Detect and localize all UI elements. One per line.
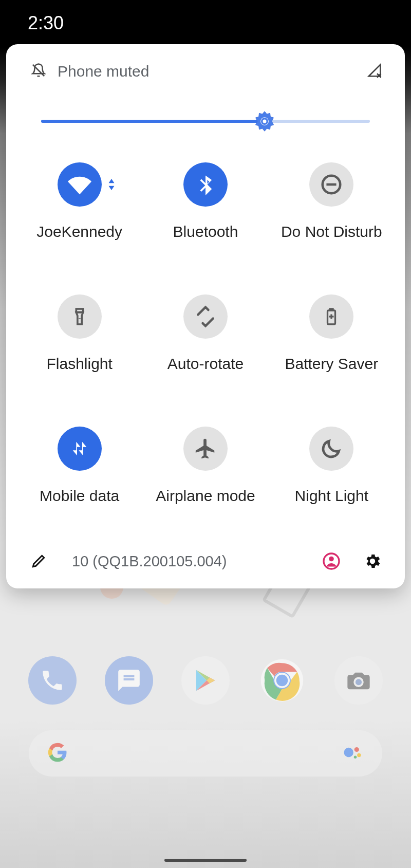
dnd-icon[interactable] — [309, 162, 353, 207]
rotate-icon[interactable] — [183, 294, 228, 339]
tile-batterysaver[interactable]: Battery Saver — [269, 294, 395, 373]
dock — [0, 656, 411, 705]
dock-chrome[interactable] — [258, 656, 306, 705]
tile-flashlight[interactable]: Flashlight — [16, 294, 142, 373]
tile-label: Auto-rotate — [167, 355, 244, 373]
moon-icon[interactable] — [309, 427, 353, 471]
data-icon[interactable] — [58, 427, 102, 471]
tile-label: JoeKennedy — [36, 223, 122, 241]
tiles-grid: JoeKennedyBluetoothDo Not DisturbFlashli… — [6, 162, 405, 505]
tile-dnd[interactable]: Do Not Disturb — [269, 162, 395, 241]
gear-icon[interactable] — [360, 548, 385, 574]
svg-point-22 — [357, 753, 361, 757]
status-time: 2:30 — [28, 12, 64, 34]
tile-label: Do Not Disturb — [281, 223, 382, 241]
nav-handle[interactable] — [164, 859, 247, 862]
status-bar: 2:30 — [0, 0, 411, 46]
tile-bluetooth[interactable]: Bluetooth — [142, 162, 268, 241]
dock-phone[interactable] — [28, 656, 77, 705]
tile-label: Bluetooth — [173, 223, 238, 241]
bluetooth-icon[interactable] — [183, 162, 228, 207]
svg-point-19 — [356, 679, 362, 685]
svg-point-15 — [329, 557, 334, 562]
svg-rect-11 — [330, 309, 333, 310]
svg-point-18 — [275, 674, 289, 687]
tile-airplane[interactable]: Airplane mode — [142, 427, 268, 505]
header-left: Phone muted — [31, 63, 149, 80]
muted-label: Phone muted — [58, 63, 149, 80]
build-text: 10 (QQ1B.200105.004) — [72, 553, 319, 570]
flashlight-icon[interactable] — [58, 294, 102, 339]
dock-messages[interactable] — [105, 656, 153, 705]
dock-camera[interactable] — [334, 656, 383, 705]
dock-play-store[interactable] — [181, 656, 230, 705]
tile-label: Mobile data — [40, 487, 119, 505]
slider-thumb[interactable] — [254, 110, 275, 132]
bell-off-icon — [31, 63, 46, 80]
tile-wifi[interactable]: JoeKennedy — [16, 162, 142, 241]
brightness-slider[interactable] — [41, 111, 370, 132]
panel-header: Phone muted — [6, 59, 405, 85]
wifi-icon[interactable] — [58, 162, 102, 207]
tile-label: Airplane mode — [156, 487, 255, 505]
quick-settings-panel: Phone muted JoeKennedyBluetoothDo Not Di… — [6, 44, 405, 588]
tile-label: Battery Saver — [285, 355, 378, 373]
google-g-icon — [47, 742, 68, 765]
user-icon[interactable] — [319, 548, 344, 574]
search-pill[interactable] — [29, 730, 382, 777]
tile-label: Flashlight — [46, 355, 112, 373]
assistant-icon — [341, 741, 364, 766]
airplane-icon[interactable] — [183, 427, 228, 471]
panel-footer: 10 (QQ1B.200105.004) — [6, 548, 405, 578]
slider-fill — [41, 120, 265, 123]
battery-icon[interactable] — [309, 294, 353, 339]
expand-caret-icon[interactable] — [107, 179, 116, 192]
tile-autorotate[interactable]: Auto-rotate — [142, 294, 268, 373]
tile-nightlight[interactable]: Night Light — [269, 427, 395, 505]
edit-icon[interactable] — [26, 548, 51, 574]
svg-point-20 — [344, 748, 353, 757]
tile-mobiledata[interactable]: Mobile data — [16, 427, 142, 505]
svg-point-23 — [354, 755, 357, 759]
svg-point-21 — [354, 747, 359, 752]
tile-label: Night Light — [295, 487, 368, 505]
signal-off-icon — [367, 63, 382, 80]
